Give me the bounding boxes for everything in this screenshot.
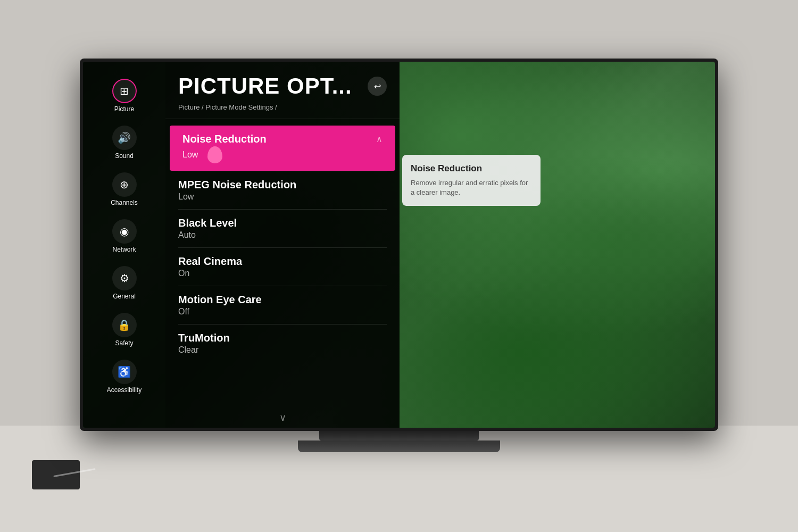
sidebar: ⊞ Picture 🔊 Sound ⊕ Channels — [83, 62, 165, 428]
sidebar-label-accessibility: Accessibility — [107, 386, 142, 394]
tv-screen: ⊞ Picture 🔊 Sound ⊕ Channels — [83, 62, 715, 428]
breadcrumb: Picture / Picture Mode Settings / — [178, 103, 387, 111]
sidebar-item-picture[interactable]: ⊞ Picture — [83, 72, 165, 119]
mpeg-noise-reduction-value: Low — [178, 192, 387, 202]
tv-stand — [80, 431, 718, 452]
back-button[interactable]: ↩ — [368, 77, 387, 96]
black-level-label: Black Level — [178, 217, 237, 229]
motion-eye-care-label: Motion Eye Care — [178, 294, 262, 305]
tv-frame: ⊞ Picture 🔊 Sound ⊕ Channels — [80, 59, 718, 431]
tv-stand-base — [298, 440, 500, 452]
safety-icon: 🔒 — [118, 319, 131, 331]
channels-icon: ⊕ — [120, 178, 129, 191]
sidebar-item-sound[interactable]: 🔊 Sound — [83, 119, 165, 166]
selection-dot — [207, 146, 222, 163]
real-cinema-value: On — [178, 269, 387, 278]
accessibility-icon: ♿ — [118, 365, 131, 378]
scroll-up-area — [165, 119, 400, 126]
sidebar-item-channels[interactable]: ⊕ Channels — [83, 166, 165, 213]
chevron-up-icon: ∧ — [376, 134, 383, 144]
sidebar-label-sound: Sound — [115, 152, 134, 160]
menu-item-black-level[interactable]: Black Level Auto — [165, 210, 400, 247]
sidebar-label-general: General — [113, 293, 136, 300]
motion-eye-care-value: Off — [178, 307, 387, 317]
accessibility-icon-circle: ♿ — [112, 360, 137, 384]
sound-icon: 🔊 — [118, 131, 131, 144]
tooltip-card: Noise Reduction Remove irregular and err… — [402, 155, 541, 206]
general-icon: ⚙ — [120, 272, 129, 285]
sidebar-item-network[interactable]: ◉ Network — [83, 213, 165, 260]
real-cinema-label: Real Cinema — [178, 255, 242, 267]
scroll-down-area[interactable]: ∨ — [165, 408, 400, 428]
channels-icon-circle: ⊕ — [112, 172, 137, 197]
picture-icon-circle: ⊞ — [112, 79, 137, 103]
panel-header: PICTURE OPT... ↩ Picture / Picture Mode … — [165, 62, 400, 119]
sidebar-item-accessibility[interactable]: ♿ Accessibility — [83, 353, 165, 400]
sidebar-label-network: Network — [112, 246, 136, 253]
menu-item-mpeg-noise-reduction[interactable]: MPEG Noise Reduction Low — [165, 171, 400, 209]
menu-item-noise-reduction[interactable]: Noise Reduction ∧ Low — [170, 126, 395, 171]
menu-item-trumotion[interactable]: TruMotion Clear — [165, 325, 400, 362]
page-title: PICTURE OPT... — [178, 73, 352, 99]
chevron-down-icon: ∨ — [279, 412, 286, 423]
tv-stand-neck — [319, 431, 479, 440]
network-icon-circle: ◉ — [112, 219, 137, 244]
settings-panel: PICTURE OPT... ↩ Picture / Picture Mode … — [165, 62, 400, 428]
noise-reduction-label: Noise Reduction — [182, 133, 267, 145]
noise-reduction-value: Low — [182, 146, 383, 163]
trumotion-label: TruMotion — [178, 332, 230, 344]
general-icon-circle: ⚙ — [112, 266, 137, 290]
tooltip-title: Noise Reduction — [411, 163, 532, 174]
panel-title-row: PICTURE OPT... ↩ — [178, 73, 387, 99]
safety-icon-circle: 🔒 — [112, 313, 137, 337]
menu-item-motion-eye-care[interactable]: Motion Eye Care Off — [165, 286, 400, 324]
tooltip-description: Remove irregular and erratic pixels for … — [411, 178, 532, 197]
sidebar-label-safety: Safety — [115, 339, 133, 347]
menu-list: Noise Reduction ∧ Low MPEG Noise Reducti… — [165, 126, 400, 408]
sound-icon-circle: 🔊 — [112, 126, 137, 150]
network-icon: ◉ — [120, 225, 129, 238]
sidebar-item-safety[interactable]: 🔒 Safety — [83, 306, 165, 353]
noise-reduction-header: Noise Reduction ∧ — [182, 133, 383, 145]
back-icon: ↩ — [374, 81, 381, 92]
sidebar-item-general[interactable]: ⚙ General — [83, 260, 165, 306]
trumotion-value: Clear — [178, 345, 387, 355]
sidebar-label-channels: Channels — [111, 199, 138, 206]
tv-wrapper: ⊞ Picture 🔊 Sound ⊕ Channels — [80, 59, 718, 452]
mpeg-noise-reduction-label: MPEG Noise Reduction — [178, 179, 296, 190]
menu-item-real-cinema[interactable]: Real Cinema On — [165, 248, 400, 286]
picture-icon: ⊞ — [120, 85, 129, 97]
black-level-value: Auto — [178, 230, 387, 240]
sidebar-label-picture: Picture — [114, 105, 134, 113]
